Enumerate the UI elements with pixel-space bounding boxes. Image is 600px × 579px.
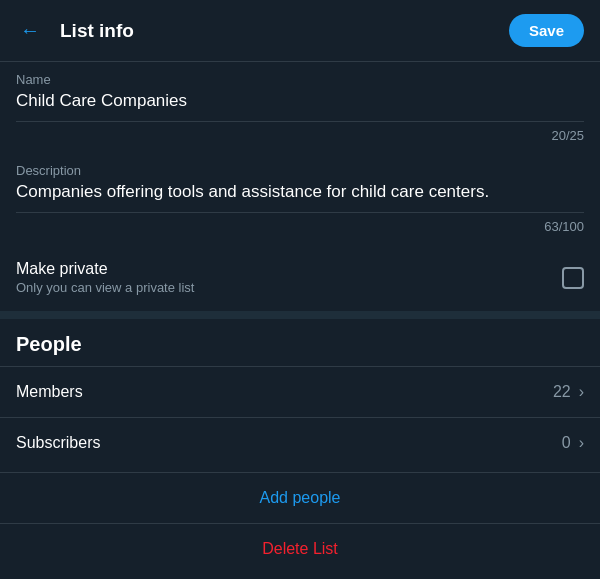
header-left: ← List info — [16, 15, 134, 46]
make-private-row[interactable]: Make private Only you can view a private… — [0, 244, 600, 311]
members-count: 22 — [553, 383, 571, 401]
make-private-info: Make private Only you can view a private… — [16, 260, 194, 295]
page-title: List info — [60, 20, 134, 42]
members-row[interactable]: Members 22 › — [0, 366, 600, 417]
add-people-button[interactable]: Add people — [0, 472, 600, 523]
section-divider — [0, 311, 600, 319]
desc-counter-row: 63/100 — [16, 213, 584, 244]
people-section: People Members 22 › Subscribers 0 › Add … — [0, 319, 600, 523]
name-value[interactable]: Child Care Companies — [16, 91, 584, 115]
back-arrow-icon: ← — [20, 19, 40, 42]
members-right: 22 › — [553, 383, 584, 401]
description-section: Description Companies offering tools and… — [0, 153, 600, 244]
delete-list-button[interactable]: Delete List — [0, 524, 600, 574]
people-heading: People — [0, 319, 600, 366]
back-button[interactable]: ← — [16, 15, 44, 46]
name-counter-row: 20/25 — [16, 122, 584, 153]
subscribers-label: Subscribers — [16, 434, 100, 452]
subscribers-right: 0 › — [562, 434, 584, 452]
description-counter: 63/100 — [544, 215, 584, 240]
make-private-label: Make private — [16, 260, 194, 278]
name-label: Name — [16, 72, 584, 87]
description-value[interactable]: Companies offering tools and assistance … — [16, 182, 584, 206]
save-button[interactable]: Save — [509, 14, 584, 47]
make-private-sublabel: Only you can view a private list — [16, 280, 194, 295]
subscribers-chevron-icon: › — [579, 434, 584, 452]
name-field-group: Name Child Care Companies — [16, 62, 584, 122]
description-field-group: Description Companies offering tools and… — [16, 153, 584, 213]
name-section: Name Child Care Companies 20/25 — [0, 62, 600, 153]
description-label: Description — [16, 163, 584, 178]
make-private-checkbox[interactable] — [562, 267, 584, 289]
subscribers-row[interactable]: Subscribers 0 › — [0, 417, 600, 468]
name-counter: 20/25 — [551, 124, 584, 149]
members-chevron-icon: › — [579, 383, 584, 401]
members-label: Members — [16, 383, 83, 401]
header: ← List info Save — [0, 0, 600, 61]
subscribers-count: 0 — [562, 434, 571, 452]
